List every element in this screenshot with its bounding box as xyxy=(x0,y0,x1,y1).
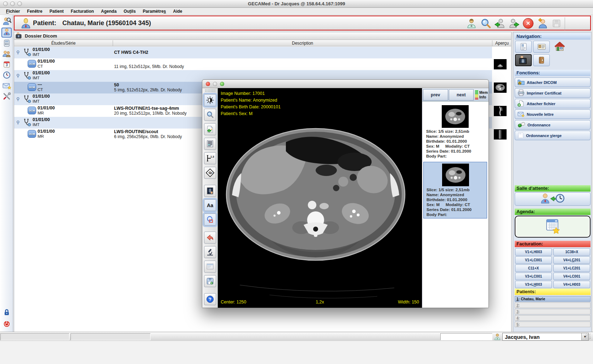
text-annotation-tool[interactable]: Aa xyxy=(204,199,216,211)
facturation-module-button[interactable] xyxy=(1,39,12,49)
patient-slot-3[interactable]: 3: xyxy=(515,309,591,314)
series-thumbnail-ct-neck[interactable] xyxy=(494,59,507,69)
doctor-button[interactable] xyxy=(465,17,478,29)
series-thumbnail-mr-scout[interactable] xyxy=(494,129,507,140)
menu-aide[interactable]: Aide xyxy=(170,8,186,15)
series-row[interactable]: DCM 01/01/00 CT 11 img, 512x512px, 5Mb. … xyxy=(14,58,492,70)
patient-module-button[interactable] xyxy=(1,28,12,38)
facturation-button-v3lh003[interactable]: V3+LH003 xyxy=(515,281,552,288)
user-selector[interactable]: Jacques, Ivan ▼ xyxy=(502,333,589,341)
viewer-close-button[interactable] xyxy=(206,82,210,86)
search-patient-button[interactable] xyxy=(1,17,12,27)
facturation-button-v1lh003[interactable]: V1+LH003 xyxy=(515,248,552,256)
report-tool[interactable] xyxy=(204,138,216,150)
facturation-button-v4lh003[interactable]: V4+LH003 xyxy=(553,281,590,288)
patient-slot-5[interactable]: 5: xyxy=(515,322,591,327)
viewer-titlebar[interactable] xyxy=(202,80,488,88)
microscope-tool[interactable] xyxy=(204,246,216,258)
window-layout-tool[interactable] xyxy=(204,261,216,273)
attacher-dicom-button[interactable]: Attacher DICOM xyxy=(515,78,591,87)
nav-letters-button[interactable] xyxy=(515,41,532,53)
lock-session-button[interactable] xyxy=(1,308,12,318)
nav-home-button[interactable] xyxy=(551,41,568,53)
logout-button[interactable] xyxy=(1,319,12,329)
tools-module-button[interactable] xyxy=(1,92,12,102)
agenda-section-header: Agenda: xyxy=(515,209,591,215)
angle-tool[interactable]: 80 xyxy=(204,167,216,179)
menu-parametres[interactable]: Paramètres xyxy=(140,8,169,15)
letters-module-button[interactable] xyxy=(1,81,12,91)
nav-archive-button[interactable] xyxy=(533,54,550,66)
save-image-tool[interactable] xyxy=(204,275,216,287)
facturation-button-1c38x[interactable]: 1C38+X xyxy=(553,248,590,256)
series-thumbnail-ct-abdomen[interactable] xyxy=(494,83,507,93)
viewer-zoom-button[interactable] xyxy=(220,82,224,86)
salle-attente-button[interactable] xyxy=(515,192,591,206)
column-header-apercu[interactable]: Aperçu xyxy=(492,41,512,46)
shapes-annotation-tool[interactable] xyxy=(204,214,216,226)
series-modality: MR xyxy=(38,111,44,115)
study-row[interactable]: ⚲ 01/01/00 IMT CT HWS C4-TH2 xyxy=(14,47,492,58)
brightness-contrast-tool[interactable] xyxy=(204,94,216,106)
resize-grip[interactable] xyxy=(585,334,591,339)
series-card-selected[interactable]: Slice: 1/5 size: 2,51mb Name: Anonymized… xyxy=(423,162,487,218)
ruler-tool[interactable]: 1.3 xyxy=(204,152,216,164)
series-thumbnail-mr-sagittal[interactable] xyxy=(494,106,507,116)
nav-dicom-button-active[interactable] xyxy=(515,54,532,66)
undo-tool[interactable] xyxy=(204,232,216,244)
series-modality: CT xyxy=(38,87,43,92)
attacher-fichier-button[interactable]: Attacher fichier xyxy=(515,99,591,108)
waiting-room-module-button[interactable] xyxy=(1,50,12,59)
patient-slot-4[interactable]: 4: xyxy=(515,315,591,321)
add-patient-button[interactable] xyxy=(536,17,549,29)
facturation-button-v1lc001[interactable]: V1+LC001 xyxy=(515,256,552,264)
menu-fichier[interactable]: Fichier xyxy=(3,8,23,15)
clock-module-button[interactable] xyxy=(1,71,12,81)
close-patient-button[interactable]: ✕ xyxy=(522,17,535,29)
column-header-description[interactable]: Description xyxy=(113,41,492,46)
ordonnance-button[interactable]: Ordonnance xyxy=(515,120,591,130)
facturation-button-v1lc201[interactable]: V1+LC201 xyxy=(553,265,590,272)
lock-icon xyxy=(2,308,11,318)
study-date: 01/01/00 xyxy=(33,94,50,99)
nouvelle-lettre-button[interactable]: Nouvelle lettre xyxy=(515,109,591,119)
menu-outils[interactable]: Outils xyxy=(120,8,139,15)
menu-facturation[interactable]: Facturation xyxy=(68,8,97,15)
agenda-button[interactable] xyxy=(515,216,591,238)
previous-patient-button[interactable] xyxy=(493,17,506,29)
viewer-nav-strip: prev next Mem Info xyxy=(422,88,488,102)
zoom-tool[interactable] xyxy=(204,109,216,121)
dicom-folder-icon xyxy=(517,79,525,86)
facturation-button-v3lc001[interactable]: V3+LC001 xyxy=(515,273,552,280)
dicom-image-area[interactable]: Image Number: 17001 Patient's Name: Anon… xyxy=(218,88,422,308)
xray-tab-icon xyxy=(16,32,23,40)
overlay-zoom-factor: 1,2x xyxy=(218,299,422,306)
help-button[interactable]: ? xyxy=(204,293,216,305)
viewer-minimize-button[interactable] xyxy=(213,82,217,86)
imprimer-certificat-button[interactable]: Imprimer Certificat xyxy=(515,88,591,98)
series-card[interactable]: Slice: 1/5 size: 2,51mb Name: Anonymized… xyxy=(423,104,487,160)
status-text-field[interactable] xyxy=(440,333,492,340)
menu-patient[interactable]: Patient xyxy=(46,8,67,15)
column-header-etudes[interactable]: Études/Série xyxy=(14,41,113,46)
ordonnance-vierge-button[interactable]: Ordonnance vierge xyxy=(515,131,591,140)
next-button[interactable]: next xyxy=(449,89,474,101)
prev-button[interactable]: prev xyxy=(423,89,448,101)
dicom-viewer-window[interactable]: 1.3 80 Aa ? xyxy=(202,79,489,308)
menu-fenetre[interactable]: Fenêtre xyxy=(24,8,45,15)
next-patient-button[interactable] xyxy=(508,17,520,29)
series-description: 6 img, 256x256px, 0Mb. Dr. Nobody xyxy=(114,134,182,139)
facturation-button-v4lc001[interactable]: V4+LC001 xyxy=(553,273,590,280)
card-body-part: Body Part: xyxy=(427,212,447,217)
image-overlay-tool[interactable] xyxy=(204,185,216,197)
patient-slot-2[interactable]: 2: xyxy=(515,302,591,308)
agenda-module-button[interactable]: 3 xyxy=(1,60,12,70)
search-button[interactable] xyxy=(479,17,492,29)
export-image-tool[interactable] xyxy=(204,123,216,135)
facturation-button-c11x[interactable]: C11+X xyxy=(515,265,552,272)
patient-slot-1[interactable]: 1: Chatau, Marie xyxy=(515,296,591,302)
facturation-button-v4lc201[interactable]: V4+LC201 xyxy=(553,256,590,264)
menu-agenda[interactable]: Agenda xyxy=(98,8,120,15)
nav-id-card-button[interactable] xyxy=(533,41,550,53)
toolbar-drag-handle[interactable] xyxy=(205,89,215,92)
